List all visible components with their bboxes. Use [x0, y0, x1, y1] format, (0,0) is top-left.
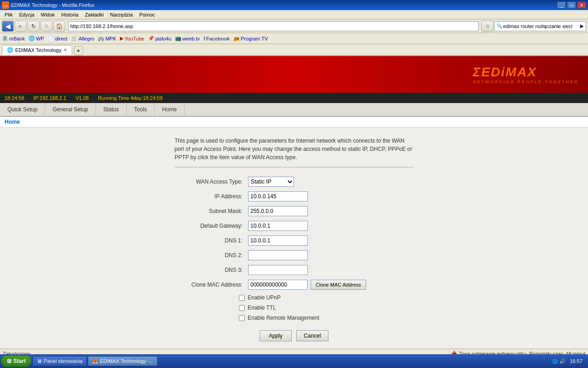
default-gateway-input[interactable]	[248, 221, 308, 231]
enable-upnp-label: Enable UPnP	[248, 294, 281, 301]
clone-mac-button[interactable]: Clone MAC Address	[311, 280, 366, 290]
start-icon: ⊞	[7, 358, 11, 364]
menu-plik[interactable]: Plik	[2, 11, 16, 18]
nav-quick-setup[interactable]: Quick Setup	[0, 104, 45, 115]
default-gateway-row: Default Gateway:	[175, 221, 413, 231]
nav-tools[interactable]: Tools	[127, 104, 155, 115]
ttl-row: Enable TTL	[175, 305, 413, 311]
search-engine-icon: 🔍	[497, 23, 502, 29]
router-status-bar: 18:24:58 IP:192.168.2.1 V1.08 Running Ti…	[0, 93, 588, 103]
enable-remote-checkbox[interactable]	[239, 315, 245, 321]
content-area: This page is used to configure the param…	[0, 127, 588, 351]
bookmark-facebook[interactable]: f Facebook	[204, 36, 230, 41]
dns3-row: DNS 3:	[175, 265, 413, 275]
taskbar-item-panel[interactable]: 🖥 Panel sterowania	[33, 356, 86, 366]
status-version: V1.08	[75, 95, 89, 101]
tab-favicon: 🌐	[7, 47, 13, 53]
clock-display: 16:57	[567, 358, 585, 364]
remote-mgmt-row: Enable Remote Management	[175, 315, 413, 321]
wan-access-type-row: WAN Access Type: Static IP DHCP PPPoE PP…	[175, 177, 413, 187]
form-container: WAN Access Type: Static IP DHCP PPPoE PP…	[175, 177, 413, 341]
clone-mac-row: Clone MAC Address: Clone MAC Address	[175, 280, 413, 290]
nav-status[interactable]: Status	[96, 104, 127, 115]
taskbar-icons: 🌐 🔊 16:57	[552, 358, 587, 364]
forward-button[interactable]: ▶	[15, 21, 27, 32]
bookmark-allegro[interactable]: 🛒 Allegro	[71, 35, 94, 41]
menu-bar: Plik Edycja Widok Historia Zakładki Narz…	[0, 10, 588, 19]
bookmark-weeb[interactable]: 📺 weeb.tv	[175, 35, 200, 41]
menu-edycja[interactable]: Edycja	[17, 11, 37, 18]
start-button[interactable]: ⊞ Start	[1, 355, 32, 367]
ip-address-label: IP Address:	[175, 193, 248, 200]
cancel-button[interactable]: Cancel	[296, 330, 328, 341]
apply-button[interactable]: Apply	[260, 330, 292, 341]
star-button[interactable]: ☆	[481, 21, 493, 32]
bookmark-jaslo4u[interactable]: 📌 jaslo4u	[148, 35, 171, 41]
tab-close-button[interactable]: ✕	[63, 47, 67, 52]
subnet-mask-input[interactable]	[248, 206, 308, 216]
enable-upnp-checkbox[interactable]	[239, 295, 245, 301]
menu-zakladki[interactable]: Zakładki	[82, 11, 107, 18]
dns3-label: DNS 3:	[175, 267, 248, 273]
dns3-input[interactable]	[248, 265, 308, 275]
menu-pomoc[interactable]: Pomoc	[136, 11, 158, 18]
dns1-label: DNS 1:	[175, 237, 248, 244]
panel-icon: 🖥	[37, 358, 42, 364]
bookmark-direct[interactable]: 📄 direct	[48, 35, 68, 41]
nav-menu: Quick Setup General Setup Status Tools H…	[0, 103, 588, 117]
title-bar: 🦊 EDIMAX Technology - Mozilla Firefox _ …	[0, 0, 588, 10]
bookmark-mbank[interactable]: 🏦 mBank	[2, 35, 25, 41]
volume-icon: 🔊	[560, 359, 565, 364]
bookmark-wp[interactable]: 🌐 WP	[28, 35, 44, 41]
nav-home[interactable]: Home	[155, 104, 185, 115]
page-description: This page is used to configure the param…	[175, 137, 413, 167]
status-ip: IP:192.168.2.1	[34, 95, 67, 101]
enable-ttl-checkbox[interactable]	[239, 305, 245, 311]
menu-widok[interactable]: Widok	[38, 11, 58, 18]
dns1-input[interactable]	[248, 236, 308, 246]
enable-remote-label: Enable Remote Management	[248, 315, 319, 321]
stop-button[interactable]: ✕	[40, 21, 52, 32]
bookmark-youtube[interactable]: ▶ YouTube	[120, 35, 144, 41]
bookmarks-bar: 🏦 mBank 🌐 WP 📄 direct 🛒 Allegro 🚌 MPK ▶ …	[0, 33, 588, 44]
window-title: EDIMAX Technology - Mozilla Firefox	[11, 2, 94, 8]
clone-mac-input[interactable]	[248, 280, 308, 290]
menu-narzedzia[interactable]: Narzędzia	[107, 11, 136, 18]
clone-mac-label: Clone MAC Address:	[175, 282, 248, 288]
dns1-row: DNS 1:	[175, 236, 413, 246]
wan-access-type-select[interactable]: Static IP DHCP PPPoE PPTP	[248, 177, 294, 187]
dns2-input[interactable]	[248, 250, 308, 260]
ip-address-input[interactable]	[248, 191, 308, 201]
tab-label: EDIMAX Technology	[15, 47, 62, 53]
maximize-button[interactable]: ▭	[567, 1, 576, 9]
bookmark-mpk[interactable]: 🚌 MPK	[98, 35, 116, 41]
default-gateway-label: Default Gateway:	[175, 223, 248, 229]
search-go-icon[interactable]: ▶	[580, 23, 584, 29]
buttons-row: Apply Cancel	[175, 330, 413, 341]
page-title-bar: Home	[0, 117, 588, 127]
dns2-label: DNS 2:	[175, 252, 248, 259]
network-icon: 🌐	[552, 359, 558, 364]
ip-address-row: IP Address:	[175, 191, 413, 201]
close-button[interactable]: ✕	[577, 1, 586, 9]
back-button[interactable]: ◀	[2, 21, 14, 32]
address-input[interactable]	[70, 23, 476, 29]
minimize-button[interactable]: _	[557, 1, 566, 9]
nav-general-setup[interactable]: General Setup	[45, 104, 96, 115]
page-content: Home This page is used to configure the …	[0, 117, 588, 351]
tab-edimax[interactable]: 🌐 EDIMAX Technology ✕	[2, 45, 72, 55]
taskbar-item-edimax[interactable]: 🦊 EDIMAX Technology -...	[88, 356, 158, 366]
dns2-row: DNS 2:	[175, 250, 413, 260]
new-tab-button[interactable]: +	[74, 46, 83, 55]
window-controls: _ ▭ ✕	[557, 1, 586, 9]
firefox-taskbar-icon: 🦊	[92, 358, 98, 364]
page-title: Home	[5, 119, 20, 125]
taskbar: ⊞ Start 🖥 Panel sterowania 🦊 EDIMAX Tech…	[0, 354, 588, 368]
bookmark-programtv[interactable]: 📻 Program TV	[233, 35, 268, 41]
subnet-mask-label: Subnet Mask:	[175, 208, 248, 214]
menu-historia[interactable]: Historia	[58, 11, 81, 18]
home-button[interactable]: 🏠	[53, 21, 65, 32]
reload-button[interactable]: ↻	[28, 21, 40, 32]
search-input[interactable]	[503, 23, 580, 29]
logo-sigma: Σ	[473, 65, 481, 79]
